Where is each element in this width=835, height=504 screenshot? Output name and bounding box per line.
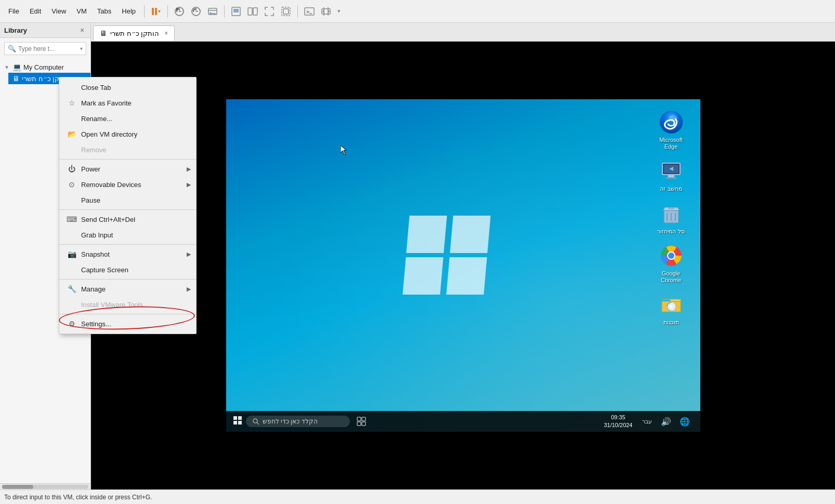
my-computer-label: My Computer bbox=[23, 63, 64, 71]
ctx-close-tab[interactable]: Close Tab bbox=[59, 79, 196, 95]
library-close-button[interactable]: × bbox=[78, 26, 86, 34]
ctx-sep-1 bbox=[59, 159, 196, 160]
ctx-removable-devices[interactable]: ⊙ Removable Devices ▶ bbox=[59, 177, 196, 192]
manage-submenu-arrow: ▶ bbox=[187, 286, 191, 293]
desktop-area[interactable]: Microsoft Edge bbox=[226, 99, 700, 432]
removable-submenu-arrow: ▶ bbox=[187, 181, 191, 188]
ctx-manage[interactable]: 🔧 Manage ▶ bbox=[59, 281, 196, 297]
desktop-icon-recycle[interactable]: סל המיחזור bbox=[653, 201, 690, 235]
edge-icon-label: Microsoft Edge bbox=[653, 137, 690, 150]
tab-close-button[interactable]: × bbox=[164, 30, 168, 37]
svg-rect-9 bbox=[248, 8, 252, 15]
svg-rect-40 bbox=[233, 421, 237, 425]
svg-rect-46 bbox=[357, 422, 361, 426]
removable-devices-icon: ⊙ bbox=[68, 180, 76, 189]
taskbar-clock[interactable]: 09:35 31/10/2024 bbox=[604, 414, 632, 430]
remove-icon bbox=[68, 145, 76, 154]
ctx-capture-screen[interactable]: Capture Screen bbox=[59, 262, 196, 277]
ctx-rename[interactable]: Rename... bbox=[59, 111, 196, 126]
view-autofit-button[interactable] bbox=[279, 4, 293, 19]
system-tray: עבר 🔊 🌐 bbox=[639, 413, 693, 430]
ctx-send-ctrl-alt-del[interactable]: ⌨ Send Ctrl+Alt+Del bbox=[59, 211, 196, 227]
ctx-mark-favorite[interactable]: ☆ Mark as Favorite bbox=[59, 95, 196, 111]
terminal-button[interactable] bbox=[302, 4, 317, 19]
settings-icon: ⚙ bbox=[68, 320, 76, 328]
vm-tab[interactable]: 🖥 הותקן כ״ח תשרי × bbox=[93, 25, 175, 41]
svg-rect-12 bbox=[283, 9, 289, 14]
svg-marker-19 bbox=[328, 10, 330, 13]
menu-view[interactable]: View bbox=[47, 5, 70, 17]
desktop-icon-chrome[interactable]: Google Chrome bbox=[653, 243, 690, 284]
library-scrollbar[interactable] bbox=[0, 483, 90, 489]
ctx-open-dir[interactable]: 📂 Open VM directory bbox=[59, 126, 196, 142]
ctx-power[interactable]: ⏻ Power ▶ bbox=[59, 161, 196, 177]
library-search-box[interactable]: 🔍 ▾ bbox=[4, 42, 86, 55]
taskbar-search-placeholder: הקלד כאן כדי לחפש bbox=[263, 418, 318, 425]
ctx-install-vmware-tools-label: Install VMware Tools... bbox=[81, 301, 149, 309]
svg-rect-8 bbox=[233, 9, 239, 12]
h-scrollbar-thumb[interactable] bbox=[2, 485, 33, 489]
menu-help[interactable]: Help bbox=[118, 5, 140, 17]
ctx-mark-favorite-label: Mark as Favorite bbox=[81, 99, 132, 107]
ctx-settings[interactable]: ⚙ Settings... bbox=[59, 316, 196, 331]
capture-screen-icon bbox=[68, 266, 76, 274]
ctx-install-vmware-tools[interactable]: Install VMware Tools... bbox=[59, 297, 196, 312]
grab-icon bbox=[68, 231, 76, 239]
search-input[interactable] bbox=[18, 45, 80, 52]
ctx-sep-3 bbox=[59, 244, 196, 245]
toolbar-sep-3 bbox=[224, 5, 225, 18]
computer-icon: 💻 bbox=[12, 63, 21, 71]
rename-icon bbox=[68, 114, 76, 123]
win-tile-bl bbox=[402, 257, 443, 295]
svg-point-20 bbox=[660, 111, 683, 134]
status-bar: To direct input to this VM, click inside… bbox=[0, 489, 835, 504]
recycle-icon-img bbox=[659, 201, 684, 226]
taskbar-search[interactable]: הקלד כאן כדי לחפש bbox=[246, 416, 350, 427]
svg-point-5 bbox=[210, 12, 212, 15]
snapshot-restore-button[interactable] bbox=[172, 4, 187, 19]
menu-tabs[interactable]: Tabs bbox=[93, 5, 115, 17]
ctx-power-label: Power bbox=[81, 165, 100, 173]
tree-item-my-computer[interactable]: ▼ 💻 My Computer bbox=[0, 61, 90, 73]
snapshot-manager-button[interactable] bbox=[205, 4, 220, 19]
ctx-grab-input-label: Grab Input bbox=[81, 231, 113, 239]
menu-vm[interactable]: VM bbox=[72, 5, 91, 17]
pause-icon bbox=[68, 196, 76, 204]
pause-button[interactable]: ▾ bbox=[149, 4, 163, 19]
view-fullscreen-button[interactable] bbox=[262, 4, 277, 19]
taskbar-time: 09:35 bbox=[604, 414, 632, 421]
tray-network[interactable]: 🌐 bbox=[676, 413, 693, 430]
win-tile-tl bbox=[406, 216, 447, 253]
vm-screen[interactable]: Microsoft Edge bbox=[91, 42, 835, 489]
svg-point-37 bbox=[670, 305, 673, 308]
ctx-grab-input[interactable]: Grab Input bbox=[59, 227, 196, 243]
menu-edit[interactable]: Edit bbox=[25, 5, 45, 17]
h-scrollbar-track[interactable] bbox=[2, 485, 88, 489]
tray-volume[interactable]: 🔊 bbox=[658, 413, 674, 430]
ctx-removable-label: Removable Devices bbox=[81, 181, 141, 189]
view-normal-button[interactable] bbox=[229, 4, 243, 19]
ctx-pause-label: Pause bbox=[81, 196, 100, 204]
search-dropdown-arrow[interactable]: ▾ bbox=[80, 46, 83, 51]
taskbar-date: 31/10/2024 bbox=[604, 421, 632, 429]
win-tile-tr bbox=[450, 216, 490, 253]
desktop-icon-edge[interactable]: Microsoft Edge bbox=[653, 110, 690, 150]
ctx-snapshot[interactable]: 📷 Snapshot ▶ bbox=[59, 246, 196, 262]
ctx-rename-label: Rename... bbox=[81, 115, 112, 123]
tray-lang[interactable]: עבר bbox=[639, 413, 656, 430]
view-stretch-button[interactable] bbox=[319, 4, 333, 19]
desktop-icon-computer[interactable]: מחשב זה bbox=[653, 158, 690, 192]
tab-bar: 🖥 הותקן כ״ח תשרי × bbox=[91, 23, 835, 42]
menu-file[interactable]: File bbox=[4, 5, 23, 17]
close-tab-icon bbox=[68, 83, 76, 91]
svg-rect-29 bbox=[668, 207, 674, 209]
snapshot-take-button[interactable] bbox=[189, 4, 203, 19]
computer-icon-label: מחשב זה bbox=[660, 185, 682, 192]
svg-rect-25 bbox=[666, 177, 676, 179]
view-unity-button[interactable] bbox=[245, 4, 260, 19]
chrome-icon-label: Google Chrome bbox=[653, 270, 690, 284]
desktop-icon-folder[interactable]: תוכנות bbox=[653, 292, 690, 326]
start-button[interactable] bbox=[232, 415, 243, 428]
ctx-pause[interactable]: Pause bbox=[59, 192, 196, 208]
task-view-button[interactable] bbox=[353, 413, 370, 430]
